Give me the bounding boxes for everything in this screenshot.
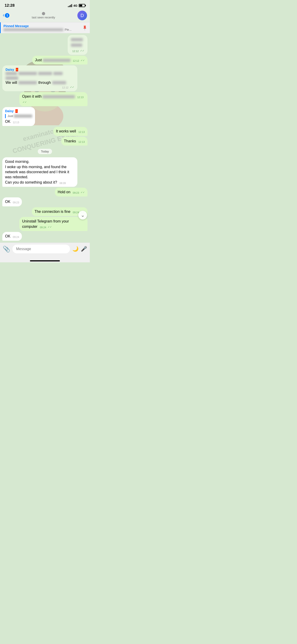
message-row: Hold on 09:23 ✓✓ xyxy=(2,188,88,196)
message-time: 12:13 xyxy=(78,130,85,134)
message-row: Daisy 🧧 We will through 12:12 ✓✓ xyxy=(2,66,88,91)
header-center[interactable]: last seen recently xyxy=(32,12,55,19)
sender-name: Daisy 🧧 xyxy=(5,109,32,114)
message-time: 08:09 xyxy=(60,182,66,185)
contact-avatar-small xyxy=(42,12,45,15)
pinned-text-redacted xyxy=(4,28,63,31)
avatar-initial: D xyxy=(80,13,84,18)
message-text: OK xyxy=(5,120,10,124)
message-row: OK 09:24 xyxy=(2,232,88,241)
message-time: 09:24 xyxy=(40,226,46,229)
message-time: 12:12 xyxy=(72,50,79,52)
pinned-preview: Ple... xyxy=(65,28,72,31)
message-text: Just xyxy=(35,58,43,62)
message-time: 12:12 xyxy=(73,59,79,63)
message-time: 12:13 xyxy=(77,96,84,99)
message-bubble-just: Just 12:12 ✓✓ xyxy=(32,56,88,64)
message-time: 09:24 xyxy=(73,211,79,214)
message-text: through xyxy=(38,80,51,85)
home-bar xyxy=(30,260,60,262)
pinned-message-bar[interactable]: Pinned Message Ple... 📌 xyxy=(0,22,90,33)
notification-badge: 1 xyxy=(5,13,10,18)
message-text: We will xyxy=(6,80,17,85)
signal-icon xyxy=(68,4,72,7)
message-row: 12:12 ✓✓ xyxy=(2,35,88,55)
message-row: The connection is fine 09:24 ✓✓ xyxy=(2,207,88,216)
message-row: It works well 12:13 xyxy=(2,127,88,136)
message-text: Open it with xyxy=(22,94,42,98)
message-text: OK xyxy=(5,200,10,204)
message-bubble-ok-1: OK 09:23 xyxy=(2,198,22,206)
message-bubble-hold-on: Hold on 09:23 ✓✓ xyxy=(55,188,88,196)
home-indicator xyxy=(0,259,90,262)
status-icons: 4G xyxy=(68,4,85,7)
day-divider: Today xyxy=(2,149,88,154)
message-row: Thanks 12:13 xyxy=(2,137,88,146)
mic-button[interactable]: 🎤 xyxy=(81,246,87,252)
chevron-down-icon: ⌄ xyxy=(81,212,85,218)
status-bar: 12:28 4G xyxy=(0,0,90,9)
message-bubble-thanks: Thanks 12:13 xyxy=(61,137,88,146)
message-bubble-uninstall: Uninstall Telegram from your computer 09… xyxy=(19,217,88,231)
message-bubble-open: Open it with 12:13 ✓✓ xyxy=(19,92,88,106)
message-text: Hold on xyxy=(58,190,70,194)
chat-area: examinator.cc CONQUERING EXAMS 12:12 ✓✓ … xyxy=(0,33,90,242)
message-time: 09:23 xyxy=(73,191,79,195)
message-bubble-old-1: 12:12 ✓✓ xyxy=(68,35,88,55)
message-row: Daisy 🧧 Just OK 12:13 xyxy=(2,107,88,126)
message-bubble-ok-quoted: Daisy 🧧 Just OK 12:13 xyxy=(2,107,35,126)
message-time: 09:23 xyxy=(13,201,19,204)
message-row: Just 12:12 ✓✓ xyxy=(2,56,88,64)
pinned-label: Pinned Message xyxy=(4,24,82,28)
back-button[interactable]: ‹ 1 xyxy=(3,13,10,18)
quoted-message: Just xyxy=(5,114,32,118)
message-row: Good morning.I woke up this morning, and… xyxy=(2,157,88,187)
message-text: OK xyxy=(5,234,10,238)
input-area: 📎 🌙 🎤 xyxy=(0,242,90,259)
message-text: The connection is fine xyxy=(34,210,70,214)
day-label: Today xyxy=(38,149,52,154)
contact-avatar[interactable]: D xyxy=(77,10,87,20)
network-type: 4G xyxy=(74,4,77,7)
sender-name: Daisy 🧧 xyxy=(6,68,74,72)
emoji-button[interactable]: 🌙 xyxy=(72,246,78,252)
message-text: Thanks xyxy=(64,139,76,143)
message-row: OK 09:23 xyxy=(2,198,88,206)
message-bubble-daisy-1: Daisy 🧧 We will through 12:12 ✓✓ xyxy=(2,66,77,91)
pin-icon: 📌 xyxy=(82,25,88,31)
status-time: 12:28 xyxy=(4,3,14,8)
message-bubble-good-morning: Good morning.I woke up this morning, and… xyxy=(2,157,77,187)
battery-icon xyxy=(79,4,85,7)
attach-button[interactable]: 📎 xyxy=(3,246,10,253)
message-bubble-works: It works well 12:13 xyxy=(53,127,88,136)
message-text: Good morning.I woke up this morning, and… xyxy=(5,160,69,184)
message-time: 12:12 xyxy=(62,86,68,89)
message-bubble-ok-2: OK 09:24 xyxy=(2,232,22,241)
message-row: Uninstall Telegram from your computer 09… xyxy=(2,217,88,231)
message-input[interactable] xyxy=(12,244,70,253)
contact-status: last seen recently xyxy=(32,16,55,19)
chat-header: ‹ 1 last seen recently D xyxy=(0,9,90,22)
back-chevron-icon: ‹ xyxy=(3,13,4,18)
message-time: 12:13 xyxy=(78,140,85,144)
message-time: 09:24 xyxy=(13,236,19,239)
message-row: Open it with 12:13 ✓✓ xyxy=(2,92,88,106)
message-time: 12:13 xyxy=(13,121,19,124)
message-text: It works well xyxy=(56,129,76,133)
